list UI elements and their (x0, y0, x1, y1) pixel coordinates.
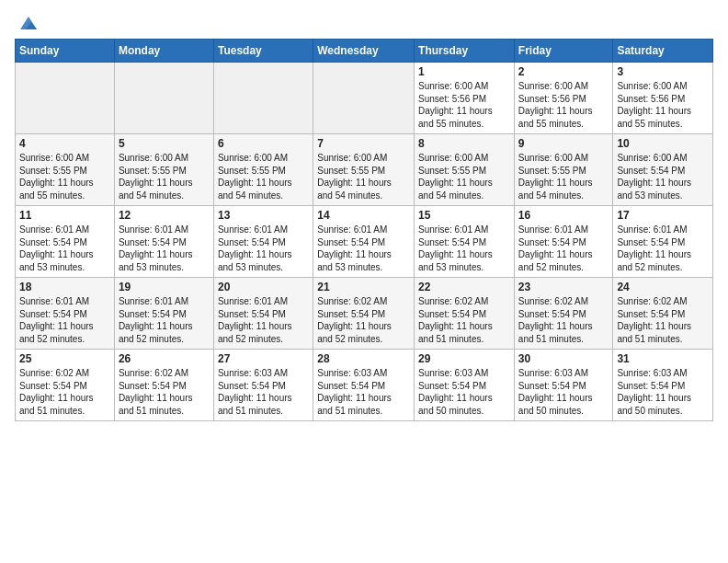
calendar-cell: 15Sunrise: 6:01 AM Sunset: 5:54 PM Dayli… (415, 206, 515, 278)
calendar-cell: 21Sunrise: 6:02 AM Sunset: 5:54 PM Dayli… (313, 278, 415, 350)
calendar-cell: 26Sunrise: 6:02 AM Sunset: 5:54 PM Dayli… (114, 350, 213, 421)
day-info: Sunrise: 6:01 AM Sunset: 5:54 PM Dayligh… (218, 224, 309, 273)
day-number: 11 (19, 209, 110, 222)
day-info: Sunrise: 6:03 AM Sunset: 5:54 PM Dayligh… (317, 367, 410, 417)
day-number: 19 (119, 281, 210, 293)
calendar-cell: 27Sunrise: 6:03 AM Sunset: 5:54 PM Dayli… (213, 350, 313, 421)
calendar-cell: 6Sunrise: 6:00 AM Sunset: 5:55 PM Daylig… (213, 134, 313, 206)
page: SundayMondayTuesdayWednesdayThursdayFrid… (0, 0, 728, 436)
calendar-cell: 23Sunrise: 6:02 AM Sunset: 5:54 PM Dayli… (514, 278, 613, 350)
calendar-week-5: 25Sunrise: 6:02 AM Sunset: 5:54 PM Dayli… (16, 350, 713, 421)
calendar-cell: 25Sunrise: 6:02 AM Sunset: 5:54 PM Dayli… (16, 350, 115, 421)
day-number: 12 (119, 209, 210, 222)
day-info: Sunrise: 6:00 AM Sunset: 5:55 PM Dayligh… (19, 152, 110, 201)
calendar-cell: 2Sunrise: 6:00 AM Sunset: 5:56 PM Daylig… (514, 63, 613, 134)
calendar-cell: 18Sunrise: 6:01 AM Sunset: 5:54 PM Dayli… (16, 278, 115, 350)
day-info: Sunrise: 6:00 AM Sunset: 5:55 PM Dayligh… (418, 152, 510, 201)
day-number: 13 (218, 209, 309, 222)
col-header-thursday: Thursday (415, 40, 515, 63)
calendar-cell: 14Sunrise: 6:01 AM Sunset: 5:54 PM Dayli… (313, 206, 415, 278)
day-info: Sunrise: 6:01 AM Sunset: 5:54 PM Dayligh… (418, 224, 510, 273)
day-number: 28 (317, 352, 410, 365)
day-number: 21 (317, 281, 410, 293)
calendar-cell (16, 63, 115, 134)
calendar-cell: 17Sunrise: 6:01 AM Sunset: 5:54 PM Dayli… (613, 206, 713, 278)
day-info: Sunrise: 6:01 AM Sunset: 5:54 PM Dayligh… (119, 295, 210, 345)
day-info: Sunrise: 6:01 AM Sunset: 5:54 PM Dayligh… (19, 295, 110, 345)
day-info: Sunrise: 6:01 AM Sunset: 5:54 PM Dayligh… (19, 224, 110, 273)
day-info: Sunrise: 6:03 AM Sunset: 5:54 PM Dayligh… (418, 367, 510, 417)
calendar-cell: 28Sunrise: 6:03 AM Sunset: 5:54 PM Dayli… (313, 350, 415, 421)
day-number: 9 (518, 137, 609, 150)
calendar-cell: 20Sunrise: 6:01 AM Sunset: 5:54 PM Dayli… (213, 278, 313, 350)
col-header-wednesday: Wednesday (313, 40, 415, 63)
day-number: 31 (617, 352, 709, 365)
col-header-monday: Monday (114, 40, 213, 63)
day-info: Sunrise: 6:01 AM Sunset: 5:54 PM Dayligh… (617, 224, 709, 273)
day-number: 4 (19, 137, 110, 150)
header (15, 9, 713, 33)
calendar-cell: 5Sunrise: 6:00 AM Sunset: 5:55 PM Daylig… (114, 134, 213, 206)
day-number: 6 (218, 137, 309, 150)
day-info: Sunrise: 6:03 AM Sunset: 5:54 PM Dayligh… (518, 367, 609, 417)
day-info: Sunrise: 6:02 AM Sunset: 5:54 PM Dayligh… (19, 367, 110, 417)
col-header-tuesday: Tuesday (213, 40, 313, 63)
day-number: 15 (418, 209, 510, 222)
day-info: Sunrise: 6:01 AM Sunset: 5:54 PM Dayligh… (119, 224, 210, 273)
day-info: Sunrise: 6:00 AM Sunset: 5:55 PM Dayligh… (317, 152, 410, 201)
day-info: Sunrise: 6:00 AM Sunset: 5:56 PM Dayligh… (617, 80, 709, 130)
day-info: Sunrise: 6:02 AM Sunset: 5:54 PM Dayligh… (518, 295, 609, 345)
day-info: Sunrise: 6:02 AM Sunset: 5:54 PM Dayligh… (617, 295, 709, 345)
calendar-cell: 29Sunrise: 6:03 AM Sunset: 5:54 PM Dayli… (415, 350, 515, 421)
day-number: 5 (119, 137, 210, 150)
day-info: Sunrise: 6:01 AM Sunset: 5:54 PM Dayligh… (317, 224, 410, 273)
calendar-cell (213, 63, 313, 134)
day-number: 14 (317, 209, 410, 222)
day-info: Sunrise: 6:02 AM Sunset: 5:54 PM Dayligh… (119, 367, 210, 417)
logo (15, 13, 39, 33)
day-number: 24 (617, 281, 709, 293)
calendar-week-4: 18Sunrise: 6:01 AM Sunset: 5:54 PM Dayli… (16, 278, 713, 350)
day-number: 3 (617, 65, 709, 78)
day-info: Sunrise: 6:02 AM Sunset: 5:54 PM Dayligh… (317, 295, 410, 345)
calendar-header-row: SundayMondayTuesdayWednesdayThursdayFrid… (16, 40, 713, 63)
day-number: 29 (418, 352, 510, 365)
day-info: Sunrise: 6:02 AM Sunset: 5:54 PM Dayligh… (418, 295, 510, 345)
day-number: 1 (418, 65, 510, 78)
day-number: 2 (518, 65, 609, 78)
calendar-cell: 22Sunrise: 6:02 AM Sunset: 5:54 PM Dayli… (415, 278, 515, 350)
calendar-table: SundayMondayTuesdayWednesdayThursdayFrid… (15, 39, 713, 421)
day-number: 16 (518, 209, 609, 222)
col-header-saturday: Saturday (613, 40, 713, 63)
day-number: 7 (317, 137, 410, 150)
day-number: 27 (218, 352, 309, 365)
calendar-week-1: 1Sunrise: 6:00 AM Sunset: 5:56 PM Daylig… (16, 63, 713, 134)
day-number: 18 (19, 281, 110, 293)
calendar-cell: 10Sunrise: 6:00 AM Sunset: 5:54 PM Dayli… (613, 134, 713, 206)
day-number: 10 (617, 137, 709, 150)
day-number: 8 (418, 137, 510, 150)
day-number: 20 (218, 281, 309, 293)
day-info: Sunrise: 6:00 AM Sunset: 5:55 PM Dayligh… (218, 152, 309, 201)
day-info: Sunrise: 6:01 AM Sunset: 5:54 PM Dayligh… (218, 295, 309, 345)
col-header-sunday: Sunday (16, 40, 115, 63)
day-info: Sunrise: 6:03 AM Sunset: 5:54 PM Dayligh… (617, 367, 709, 417)
calendar-cell: 13Sunrise: 6:01 AM Sunset: 5:54 PM Dayli… (213, 206, 313, 278)
calendar-cell: 8Sunrise: 6:00 AM Sunset: 5:55 PM Daylig… (415, 134, 515, 206)
calendar-cell: 19Sunrise: 6:01 AM Sunset: 5:54 PM Dayli… (114, 278, 213, 350)
calendar-week-3: 11Sunrise: 6:01 AM Sunset: 5:54 PM Dayli… (16, 206, 713, 278)
calendar-cell: 3Sunrise: 6:00 AM Sunset: 5:56 PM Daylig… (613, 63, 713, 134)
day-number: 25 (19, 352, 110, 365)
day-number: 30 (518, 352, 609, 365)
day-info: Sunrise: 6:00 AM Sunset: 5:56 PM Dayligh… (518, 80, 609, 130)
calendar-cell (313, 63, 415, 134)
calendar-cell: 4Sunrise: 6:00 AM Sunset: 5:55 PM Daylig… (16, 134, 115, 206)
calendar-cell: 16Sunrise: 6:01 AM Sunset: 5:54 PM Dayli… (514, 206, 613, 278)
calendar-week-2: 4Sunrise: 6:00 AM Sunset: 5:55 PM Daylig… (16, 134, 713, 206)
calendar-cell (114, 63, 213, 134)
calendar-cell: 9Sunrise: 6:00 AM Sunset: 5:55 PM Daylig… (514, 134, 613, 206)
calendar-cell: 11Sunrise: 6:01 AM Sunset: 5:54 PM Dayli… (16, 206, 115, 278)
day-number: 23 (518, 281, 609, 293)
day-info: Sunrise: 6:00 AM Sunset: 5:55 PM Dayligh… (119, 152, 210, 201)
day-number: 22 (418, 281, 510, 293)
